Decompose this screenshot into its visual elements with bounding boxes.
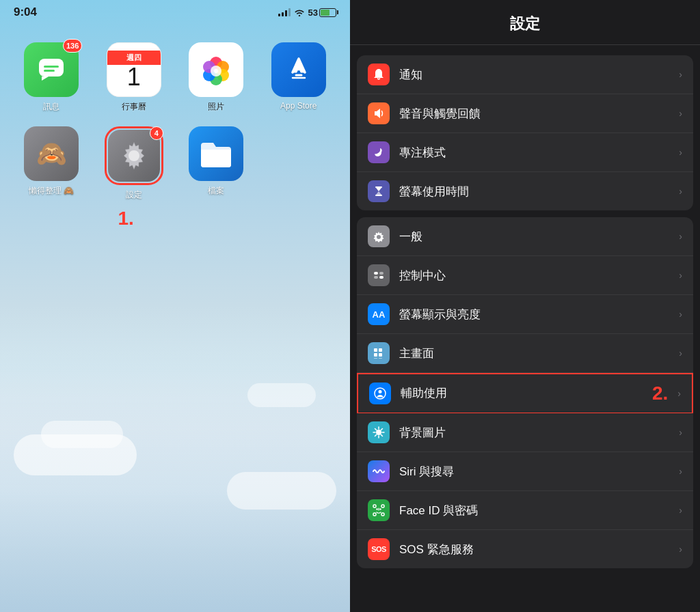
wallpaper-chevron: › (679, 427, 682, 438)
home-icons-grid: 136 訊息 週四 1 行事曆 (0, 22, 350, 243)
accessibility-icon (369, 382, 391, 404)
screentime-chevron: › (679, 186, 682, 197)
svg-rect-32 (381, 513, 384, 516)
cloud-3 (227, 472, 336, 510)
app-calendar[interactable]: 週四 1 行事曆 (100, 42, 169, 113)
settings-row-sounds[interactable]: 聲音與觸覺回饋 › (357, 94, 693, 133)
iphone-homescreen: 9:04 53 (0, 0, 350, 612)
svg-rect-1 (44, 66, 59, 68)
svg-point-12 (129, 150, 139, 161)
siri-label: Siri 與搜尋 (399, 464, 669, 479)
messages-icon[interactable]: 136 (24, 42, 79, 97)
svg-rect-21 (379, 348, 382, 352)
svg-rect-20 (374, 348, 377, 352)
svg-rect-17 (379, 272, 383, 275)
svg-rect-13 (375, 186, 382, 188)
wifi-icon (294, 8, 305, 16)
sos-label: SOS 緊急服務 (399, 542, 669, 557)
gear-settings-icon (372, 230, 386, 243)
app-messages[interactable]: 136 訊息 (17, 42, 86, 113)
settings-row-general[interactable]: 一般 › (357, 217, 693, 256)
display-chevron: › (679, 309, 682, 320)
messages-badge: 136 (63, 39, 82, 53)
svg-rect-24 (374, 358, 377, 359)
app-lazy-folder[interactable]: 🙈 懶得整理 🙈 (17, 126, 86, 230)
bell-icon (372, 68, 386, 81)
notifications-chevron: › (679, 69, 682, 80)
display-icon: AA (368, 303, 390, 325)
settings-row-sos[interactable]: SOS SOS 緊急服務 › (357, 530, 693, 568)
person-circle-icon (373, 387, 387, 400)
svg-point-27 (379, 390, 382, 393)
focus-chevron: › (679, 147, 682, 158)
siri-wave-icon (372, 464, 386, 478)
speaker-icon (372, 107, 386, 120)
files-icon[interactable] (189, 126, 243, 181)
svg-rect-14 (375, 195, 382, 196)
siri-icon (368, 460, 390, 482)
photos-icon[interactable] (189, 42, 243, 97)
settings-row-focus[interactable]: 專注模式 › (357, 133, 693, 172)
svg-rect-23 (379, 353, 382, 357)
battery-icon: 53 (308, 8, 336, 18)
settings-row-screentime[interactable]: 螢幕使用時間 › (357, 172, 693, 210)
app-appstore[interactable]: App Store (265, 42, 334, 113)
app-settings[interactable]: 4 設定 1. (100, 126, 169, 230)
lazy-label: 懶得整理 🙈 (29, 185, 74, 197)
settings-row-display[interactable]: AA 螢幕顯示與亮度 › (357, 295, 693, 334)
appstore-icon[interactable] (271, 42, 326, 97)
svg-rect-16 (374, 272, 378, 275)
svg-rect-31 (373, 513, 376, 516)
lazy-folder-icon[interactable]: 🙈 (24, 126, 79, 181)
sounds-icon (368, 102, 390, 124)
settings-badge: 4 (150, 126, 163, 140)
settings-title: 設定 (510, 15, 540, 32)
settings-panel: 設定 通知 › 聲音與觸覺回饋 › (350, 0, 700, 612)
step-1-label: 1. (118, 208, 133, 230)
sos-chevron: › (679, 544, 682, 555)
svg-point-9 (211, 66, 221, 76)
status-icons: 53 (278, 8, 336, 18)
step-2-label: 2. (652, 382, 668, 404)
status-time: 9:04 (14, 5, 37, 19)
app-photos[interactable]: 照片 (182, 42, 251, 113)
svg-rect-29 (373, 505, 376, 507)
wallpaper-icon (368, 421, 390, 443)
appstore-label: App Store (280, 101, 317, 111)
settings-row-homescreen[interactable]: 主畫面 › (357, 334, 693, 373)
general-chevron: › (679, 231, 682, 242)
settings-row-controlcenter[interactable]: 控制中心 › (357, 256, 693, 295)
siri-chevron: › (679, 466, 682, 477)
svg-point-34 (379, 508, 381, 510)
general-label: 一般 (399, 229, 669, 245)
general-icon (368, 225, 390, 247)
cloud-2 (41, 421, 123, 448)
settings-row-faceid[interactable]: Face ID 與密碼 › (357, 491, 693, 530)
messages-label: 訊息 (43, 101, 59, 113)
lazy-emoji: 🙈 (36, 139, 67, 168)
screentime-label: 螢幕使用時間 (399, 184, 669, 199)
calendar-icon[interactable]: 週四 1 (107, 42, 161, 97)
controlcenter-chevron: › (679, 270, 682, 281)
controlcenter-icon (368, 264, 390, 286)
sos-text-icon: SOS (371, 545, 386, 553)
svg-rect-2 (44, 70, 55, 72)
homescreen-label: 主畫面 (399, 346, 669, 361)
calendar-date: 1 (127, 65, 141, 89)
settings-icon[interactable]: 4 (108, 130, 160, 182)
files-label: 檔案 (208, 185, 224, 197)
settings-row-wallpaper[interactable]: 背景圖片 › (357, 413, 693, 452)
moon-icon (372, 145, 386, 159)
sounds-label: 聲音與觸覺回饋 (399, 106, 669, 122)
faceid-label: Face ID 與密碼 (399, 503, 669, 518)
app-files[interactable]: 檔案 (182, 126, 251, 230)
notifications-label: 通知 (399, 67, 669, 83)
settings-row-accessibility[interactable]: 輔助使用 2. › (357, 373, 693, 414)
homescreen-chevron: › (679, 348, 682, 359)
svg-rect-30 (381, 505, 384, 507)
screentime-icon (368, 180, 390, 202)
settings-row-notifications[interactable]: 通知 › (357, 55, 693, 94)
focus-label: 專注模式 (399, 145, 669, 161)
photos-flower-icon (197, 51, 235, 89)
settings-row-siri[interactable]: Siri 與搜尋 › (357, 452, 693, 491)
